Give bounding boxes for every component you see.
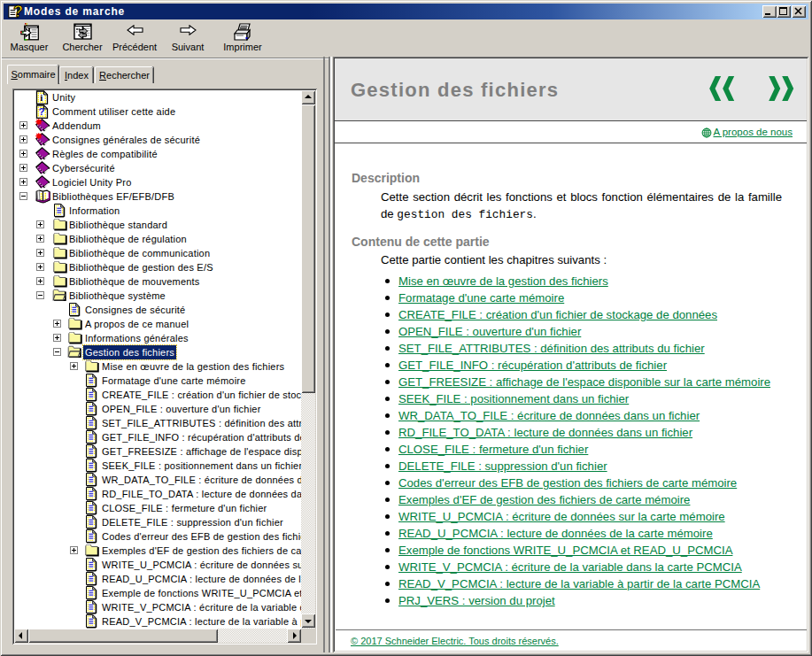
svg-text:i: i bbox=[40, 92, 43, 103]
svg-text:?: ? bbox=[38, 106, 44, 117]
svg-text:?: ? bbox=[13, 4, 23, 19]
